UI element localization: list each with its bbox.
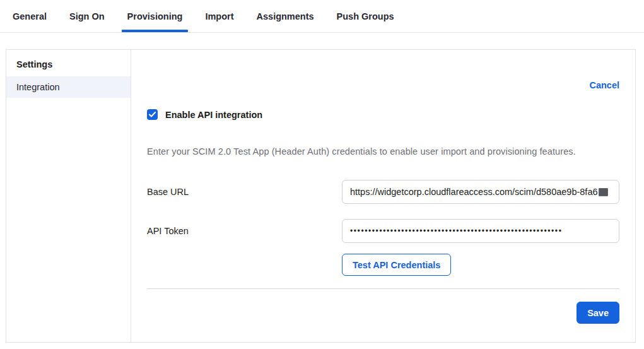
api-token-value: ••••••••••••••••••••••••••••••••••••••••… <box>350 227 562 235</box>
cancel-button[interactable]: Cancel <box>589 80 619 90</box>
base-url-input[interactable]: https://widgetcorp.cloudflareaccess.com/… <box>342 180 619 204</box>
credentials-description: Enter your SCIM 2.0 Test App (Header Aut… <box>147 146 619 157</box>
tab-assignments[interactable]: Assignments <box>257 0 314 32</box>
save-button[interactable]: Save <box>577 302 619 324</box>
form-divider <box>147 288 619 289</box>
tab-import[interactable]: Import <box>205 0 233 32</box>
text-overflow-marker <box>599 188 608 196</box>
app-tabbar: General Sign On Provisioning Import Assi… <box>0 0 644 33</box>
tab-sign-on[interactable]: Sign On <box>69 0 105 32</box>
test-api-credentials-button[interactable]: Test API Credentials <box>342 254 451 276</box>
enable-api-checkbox[interactable] <box>147 109 158 120</box>
checkmark-icon <box>149 112 156 117</box>
sidebar-item-integration[interactable]: Integration <box>6 76 131 98</box>
provisioning-panel: Settings Integration Cancel Enable API i… <box>6 49 636 343</box>
tab-provisioning[interactable]: Provisioning <box>127 0 183 32</box>
base-url-label: Base URL <box>147 187 342 197</box>
tab-general[interactable]: General <box>13 0 47 32</box>
integration-form: Cancel Enable API integration Enter your… <box>131 50 635 342</box>
sidebar-heading: Settings <box>6 50 131 76</box>
api-token-input[interactable]: ••••••••••••••••••••••••••••••••••••••••… <box>342 219 619 243</box>
api-token-label: API Token <box>147 226 342 236</box>
settings-sidebar: Settings Integration <box>6 50 131 342</box>
base-url-value: https://widgetcorp.cloudflareaccess.com/… <box>350 187 598 197</box>
tab-push-groups[interactable]: Push Groups <box>337 0 394 32</box>
enable-api-label: Enable API integration <box>165 110 262 120</box>
